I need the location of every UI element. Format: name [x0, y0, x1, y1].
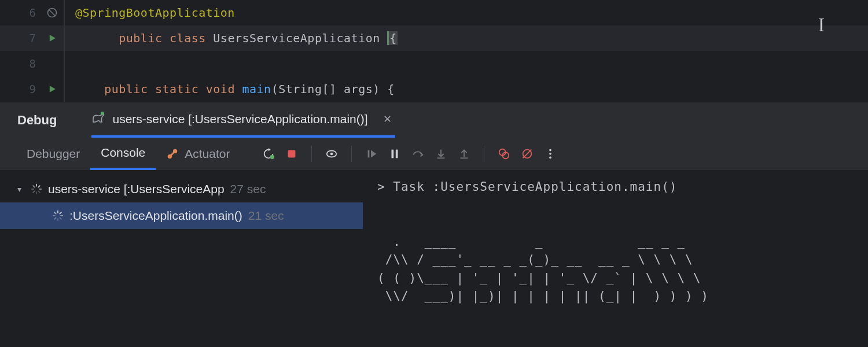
svg-rect-10	[367, 150, 369, 158]
svg-line-31	[38, 186, 40, 187]
step-into-button[interactable]	[429, 142, 453, 165]
code-line-7[interactable]: 7 public class UsersServiceApplication {	[0, 25, 868, 51]
task-elapsed: 21 sec	[248, 209, 284, 223]
run-gutter-icon[interactable]	[41, 32, 64, 44]
line-number: 6	[0, 6, 41, 19]
svg-line-38	[54, 217, 56, 219]
pause-button[interactable]	[383, 142, 406, 165]
code-line-9[interactable]: 9 public static void main(String[] args)…	[0, 76, 868, 102]
debug-toolbar: Debugger Console Actuator	[0, 138, 868, 170]
svg-rect-11	[391, 150, 393, 158]
debug-content: ▾ users-service [:UsersServiceApp 27 sec	[0, 170, 868, 344]
task-tree-root[interactable]: ▾ users-service [:UsersServiceApp 27 sec	[0, 176, 363, 202]
spinner-icon	[52, 210, 64, 222]
run-configuration-tab[interactable]: users-service [:UsersServiceApplication.…	[91, 102, 395, 138]
step-over-button[interactable]	[406, 142, 429, 165]
task-label: :UsersServiceApplication.main()	[69, 209, 242, 223]
tool-window-title: Debug	[17, 113, 57, 128]
svg-point-9	[330, 153, 333, 156]
run-gutter-icon[interactable]	[41, 83, 64, 95]
run-configuration-label: users-service [:UsersServiceApplication.…	[112, 112, 367, 126]
debug-tool-window-header: Debug users-service [:UsersServiceApplic…	[0, 102, 868, 138]
svg-line-36	[54, 212, 56, 214]
svg-point-21	[549, 149, 551, 152]
more-actions-button[interactable]	[539, 142, 562, 165]
code-editor[interactable]: I 6 @SpringBootApplication 7 public clas…	[0, 0, 868, 102]
view-breakpoints-button[interactable]	[492, 142, 516, 165]
resume-button[interactable]	[360, 142, 383, 165]
svg-point-23	[549, 157, 551, 159]
tab-console[interactable]: Console	[90, 138, 156, 170]
svg-line-5	[171, 152, 175, 156]
task-tree[interactable]: ▾ users-service [:UsersServiceApp 27 sec	[0, 170, 363, 344]
svg-point-6	[270, 155, 274, 159]
tab-actuator[interactable]: Actuator	[156, 138, 240, 170]
svg-line-39	[60, 212, 61, 214]
console-output[interactable]: > Task :UsersServiceApplication.main() .…	[363, 170, 868, 344]
svg-line-29	[38, 191, 40, 193]
spinner-icon	[31, 183, 42, 195]
brace-highlight: {	[387, 31, 398, 45]
mute-breakpoints-button[interactable]	[516, 142, 539, 165]
tab-debugger[interactable]: Debugger	[16, 138, 90, 170]
svg-rect-12	[395, 150, 398, 158]
svg-line-1	[49, 10, 55, 16]
close-icon[interactable]: ✕	[383, 113, 392, 125]
line-number: 9	[0, 83, 41, 95]
console-task-line: > Task :UsersServiceApplication.main()	[377, 180, 677, 194]
svg-line-37	[60, 217, 61, 219]
show-execution-point-button[interactable]	[320, 142, 343, 165]
task-label: users-service [:UsersServiceApp	[48, 182, 225, 196]
console-ascii-banner: . ____ _ __ _ _ /\\ / ___'_ __ _ _(_)_ _…	[377, 235, 709, 304]
text-cursor-icon: I	[818, 14, 825, 36]
step-out-button[interactable]	[453, 142, 476, 165]
line-number: 7	[0, 32, 41, 45]
line-number: 8	[0, 57, 41, 70]
suppress-inspection-icon[interactable]	[41, 7, 64, 19]
task-elapsed: 27 sec	[230, 182, 266, 196]
gradle-icon	[91, 110, 105, 127]
chevron-down-icon[interactable]: ▾	[17, 184, 21, 194]
svg-rect-7	[288, 150, 295, 158]
svg-line-30	[33, 191, 35, 193]
svg-point-2	[101, 112, 104, 115]
svg-line-28	[33, 186, 35, 187]
stop-button[interactable]	[280, 142, 303, 165]
actuator-icon	[166, 147, 179, 160]
rerun-button[interactable]	[257, 142, 280, 165]
task-tree-child[interactable]: :UsersServiceApplication.main() 21 sec	[0, 202, 363, 229]
svg-point-22	[549, 153, 551, 155]
